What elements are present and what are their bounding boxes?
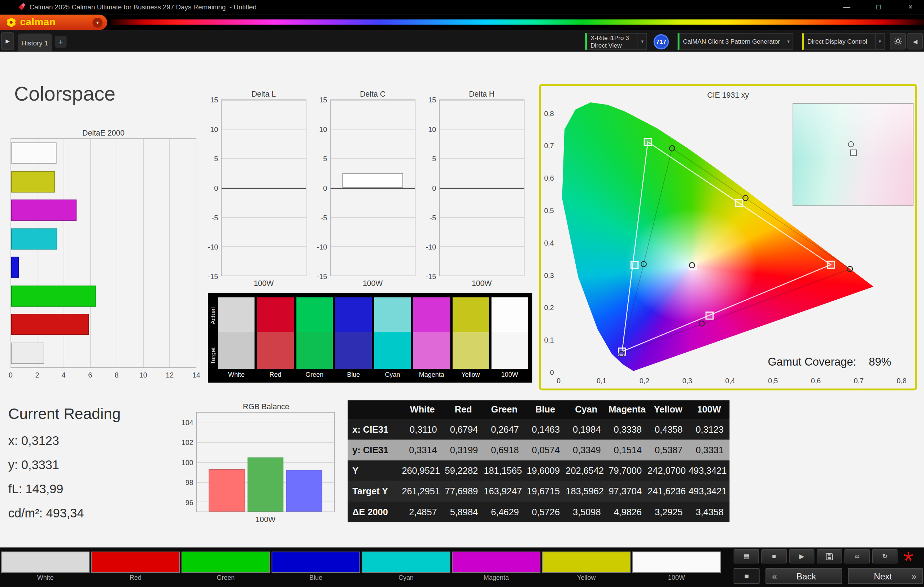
table-cell: 241,6236 bbox=[647, 486, 688, 497]
pattern-button-magenta[interactable]: Magenta bbox=[452, 552, 540, 583]
pattern-button-yellow[interactable]: Yellow bbox=[542, 552, 630, 583]
swatch-column-white: White bbox=[218, 297, 255, 380]
display-control-label: Direct Display Control bbox=[804, 38, 871, 45]
minimize-icon[interactable]: — bbox=[842, 3, 852, 11]
meter-dropdown[interactable]: X-Rite i1Pro 3 Direct View ▼ bbox=[585, 33, 647, 50]
maximize-icon[interactable]: □ bbox=[873, 3, 884, 11]
axis-tick-label: 0 bbox=[317, 184, 327, 192]
pattern-button-red[interactable]: Red bbox=[91, 552, 180, 583]
pattern-button-white[interactable]: White bbox=[1, 552, 89, 583]
axis-tick-label: 0,5 bbox=[768, 377, 778, 385]
pattern-button-blue[interactable]: Blue bbox=[272, 552, 360, 583]
back-button-label: Back bbox=[777, 571, 836, 581]
pattern-swatch bbox=[182, 552, 270, 573]
deltae-bar-yellow bbox=[11, 171, 54, 192]
deltae-plot bbox=[10, 138, 196, 368]
deltae-bar-cyan bbox=[11, 228, 58, 250]
stop-button[interactable]: ■ bbox=[761, 549, 787, 563]
display-control-dropdown[interactable]: Direct Display Control ▼ bbox=[802, 33, 884, 50]
delta_c-bar bbox=[343, 173, 403, 188]
gridline bbox=[440, 130, 524, 130]
tab-bar: ▶ History 1 + X-Rite i1Pro 3 Direct View… bbox=[0, 31, 924, 52]
deltae2000-chart: DeltaE 2000 02468101214 bbox=[10, 128, 196, 138]
table-col-header: White bbox=[402, 404, 442, 415]
deltae-bar-magenta bbox=[11, 200, 77, 221]
pattern-button-label: Red bbox=[91, 573, 180, 583]
close-icon[interactable]: × bbox=[905, 3, 916, 11]
delta-h-plot bbox=[439, 100, 525, 276]
axis-tick-label: 0 bbox=[208, 184, 218, 192]
axis-tick-label: 0,2 bbox=[640, 377, 649, 385]
actual-swatch bbox=[335, 297, 372, 332]
axis-tick-label: 0,6 bbox=[538, 174, 554, 183]
gridline bbox=[440, 159, 524, 159]
pattern-generator-dropdown[interactable]: CalMAN Client 3 Pattern Generator ▼ bbox=[678, 33, 793, 50]
refresh-button[interactable]: ↻ bbox=[872, 549, 897, 563]
continuous-icon: ∞ bbox=[855, 553, 860, 560]
alert-asterisk: * bbox=[903, 556, 914, 566]
table-col-header: Red bbox=[443, 404, 483, 415]
pattern-button-100w[interactable]: 100W bbox=[632, 552, 721, 583]
axis-tick-label: 96 bbox=[178, 499, 193, 507]
actual-row-label: Actual bbox=[210, 297, 216, 334]
gridline bbox=[222, 100, 306, 101]
gridline bbox=[222, 159, 306, 159]
table-col-header: 100W bbox=[689, 404, 729, 415]
gridline bbox=[331, 217, 415, 218]
axis-tick-label: 0 bbox=[9, 371, 13, 379]
calman-logo-menu[interactable]: calman ▼ bbox=[0, 15, 107, 30]
table-cell: 59,2282 bbox=[443, 465, 483, 476]
delta-c-title: Delta C bbox=[330, 89, 416, 99]
play-button[interactable]: ▶ bbox=[789, 549, 814, 563]
reading-fl: fL: 143,99 bbox=[8, 482, 120, 496]
delta-h-yticks: 151050-5-10-15 bbox=[427, 100, 438, 276]
next-button[interactable]: Next » bbox=[848, 568, 922, 584]
table-row-label: Y bbox=[348, 465, 402, 476]
expand-panel-button[interactable]: ▶ bbox=[1, 33, 14, 50]
collapse-panel-button[interactable]: ◀ bbox=[908, 33, 922, 49]
gridline bbox=[331, 159, 415, 159]
target-swatch bbox=[296, 332, 333, 369]
table-cell: 493,3421 bbox=[689, 486, 729, 497]
axis-tick-label: 12 bbox=[166, 371, 173, 379]
table-cell: 5,8984 bbox=[443, 506, 483, 517]
axis-tick-label: 0 bbox=[426, 184, 436, 192]
pattern-button-cyan[interactable]: Cyan bbox=[362, 552, 450, 583]
target-row-label: Target bbox=[210, 336, 216, 376]
axis-tick-label: 0,1 bbox=[597, 377, 606, 385]
table-cell: 2,4857 bbox=[402, 506, 442, 517]
pattern-window-button[interactable]: ▤ bbox=[734, 549, 759, 563]
swatch-label: Magenta bbox=[413, 371, 450, 378]
window-title: Calman 2025 Calman Ultimate for Business… bbox=[30, 0, 257, 14]
tab-history-1[interactable]: History 1 bbox=[18, 33, 52, 52]
gridline bbox=[331, 130, 415, 130]
table-cell: 19,6009 bbox=[525, 465, 566, 476]
table-col-header: Cyan bbox=[566, 404, 606, 415]
add-tab-button[interactable]: + bbox=[55, 36, 67, 48]
delta-c-yticks: 151050-5-10-15 bbox=[318, 100, 329, 276]
target-marker-yellow bbox=[736, 199, 743, 207]
table-row: ΔE 20002,48575,89846,46290,57263,50984,9… bbox=[348, 501, 729, 522]
pattern-button-green[interactable]: Green bbox=[182, 552, 270, 583]
gridline bbox=[196, 139, 196, 367]
gridline bbox=[222, 130, 306, 130]
save-button[interactable] bbox=[817, 549, 842, 563]
back-button[interactable]: « Back bbox=[766, 568, 842, 584]
axis-tick-label: -10 bbox=[426, 243, 436, 251]
display-window-button[interactable]: ■ bbox=[734, 568, 760, 584]
gridline bbox=[331, 275, 415, 276]
reading-x: x: 0,3123 bbox=[8, 434, 120, 448]
gridline bbox=[331, 246, 415, 247]
target-marker-cyan bbox=[631, 261, 638, 269]
delta-l-yticks: 151050-5-10-15 bbox=[210, 100, 220, 276]
settings-button[interactable] bbox=[890, 33, 906, 49]
axis-tick-label: -15 bbox=[317, 273, 327, 281]
pattern-button-label: Cyan bbox=[362, 573, 450, 583]
inset-measured-marker bbox=[848, 141, 854, 147]
swatch-column-100w: 100W bbox=[491, 297, 528, 380]
axis-tick-label: 5 bbox=[426, 155, 436, 163]
rgb-bars bbox=[197, 413, 334, 511]
rgb-plot bbox=[196, 412, 335, 512]
table-cell: 0,1463 bbox=[525, 424, 566, 434]
continuous-button[interactable]: ∞ bbox=[845, 549, 870, 563]
